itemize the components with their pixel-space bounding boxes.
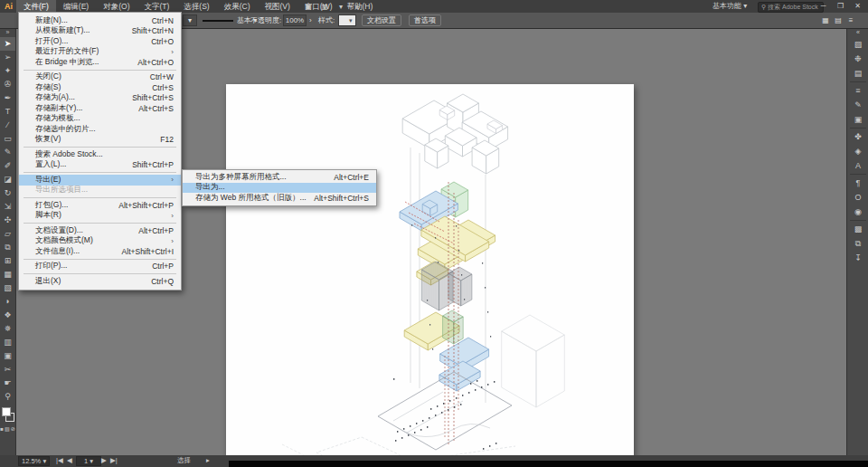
status-options-arrow[interactable]: ▸ (206, 456, 210, 464)
menu-item[interactable]: 存储为 Web 所用格式（旧版）...Alt+Shift+Ctrl+S (183, 193, 376, 204)
artboard-number-dropdown[interactable]: 1 ▾ (76, 456, 101, 466)
menubar-item[interactable]: 效果(C) (217, 0, 258, 13)
menu-item[interactable]: 导出为多种屏幕所用格式...Alt+Ctrl+E (183, 172, 376, 183)
zoom-level-dropdown[interactable]: 12.5% ▾ (18, 456, 50, 466)
symbols-icon[interactable]: ✤ (847, 129, 868, 144)
collapse-tools-icon[interactable]: » (0, 28, 15, 37)
menu-item[interactable]: 在 Bridge 中浏览...Alt+Ctrl+O (19, 57, 181, 68)
menubar-item[interactable]: 编辑(E) (56, 0, 96, 13)
menu-item[interactable]: 搜索 Adobe Stock... (19, 149, 181, 160)
artboard[interactable] (226, 84, 634, 467)
previous-artboard-button[interactable]: ◀ (67, 456, 72, 464)
menubar-item[interactable]: 对象(O) (96, 0, 137, 13)
preferences-button[interactable]: 首选项 (409, 14, 441, 26)
menubar-item[interactable]: 文件(F) (16, 0, 56, 13)
menu-item[interactable]: 存储(S)Ctrl+S (19, 82, 181, 93)
menu-item[interactable]: 退出(X)Ctrl+Q (19, 276, 181, 287)
lasso-tool[interactable]: ✇ (0, 78, 15, 91)
menu-item[interactable]: 脚本(R)› (19, 211, 181, 222)
type-tool[interactable]: T (0, 105, 15, 119)
color-guide-icon[interactable]: ❉ (847, 52, 868, 66)
swatches-icon[interactable]: ▤ (847, 66, 868, 81)
menu-item[interactable]: 导出(E)› (19, 175, 181, 186)
line-segment-tool[interactable]: ∕ (0, 119, 15, 132)
fill-stroke-control[interactable] (0, 405, 15, 424)
eraser-tool[interactable]: ◪ (0, 173, 15, 186)
libraries-icon[interactable]: ▣ (847, 112, 868, 127)
menubar-item[interactable]: 文字(T) (137, 0, 176, 13)
menu-item[interactable]: 置入(L)...Shift+Ctrl+P (19, 160, 181, 171)
close-button[interactable]: ✕ (849, 0, 866, 13)
perspective-grid-tool[interactable]: ⊞ (0, 254, 15, 268)
menu-item[interactable]: 存储为(A)...Shift+Ctrl+S (19, 93, 181, 104)
paragraph-icon[interactable]: ¶ (847, 176, 868, 190)
last-artboard-button[interactable]: ▶| (110, 456, 118, 464)
appearance-icon[interactable]: ◉ (847, 205, 868, 219)
rectangle-tool[interactable]: ▭ (0, 132, 15, 146)
restore-button[interactable]: ❒ (832, 0, 849, 13)
menu-item[interactable]: 存储选中的切片... (19, 124, 181, 135)
workspace-switcher[interactable]: 基本功能 ▾ (712, 1, 747, 12)
links-icon[interactable]: ⧉ (847, 236, 868, 251)
slice-tool[interactable]: ✂ (0, 363, 15, 376)
chevron-down-icon[interactable]: ▾ (333, 3, 349, 11)
minimize-button[interactable]: ─ (815, 0, 832, 13)
color-panel-icon[interactable]: ▨ (847, 37, 868, 52)
menu-item[interactable]: 恢复(V)F12 (19, 135, 181, 146)
control-bar-icon[interactable]: ▦ (819, 13, 832, 28)
menu-item[interactable]: 文档颜色模式(M)› (19, 236, 181, 247)
menu-item[interactable]: 存储为模板... (19, 114, 181, 125)
fill-swatch[interactable] (2, 407, 11, 416)
hand-tool[interactable]: ☛ (0, 376, 15, 390)
character-icon[interactable]: A (847, 158, 868, 173)
brush-definition-dropdown[interactable]: 基本 ▾ (203, 13, 257, 28)
menu-item[interactable]: 关闭(C)Ctrl+W (19, 72, 181, 83)
shape-builder-tool[interactable]: ⧉ (0, 241, 15, 254)
stroke-icon[interactable]: ≡ (847, 83, 868, 98)
opacity-more-chevron[interactable]: › (309, 13, 312, 28)
share-icon[interactable]: ➢ (349, 3, 365, 11)
blend-tool[interactable]: ❖ (0, 309, 15, 322)
asset-export-icon[interactable]: ↧ (847, 251, 868, 265)
menu-item[interactable]: 新建(N)...Ctrl+N (19, 15, 181, 26)
eyedropper-tool[interactable]: ◗ (0, 295, 15, 309)
document-setup-button[interactable]: 文档设置 (362, 14, 401, 26)
gradient-tool[interactable]: ▧ (0, 281, 15, 295)
paintbrush-tool[interactable]: ✎ (0, 146, 15, 159)
width-tool[interactable]: ✣ (0, 214, 15, 227)
pencil-tool[interactable]: ✐ (0, 159, 15, 173)
collapse-dock-icon[interactable]: « (847, 28, 868, 37)
mesh-tool[interactable]: ▦ (0, 268, 15, 281)
pen-tool[interactable]: ✒ (0, 91, 15, 105)
color-mode-icon[interactable]: ⊘ (11, 425, 15, 433)
control-bar-icon[interactable]: ▤ (832, 13, 844, 28)
direct-selection-tool[interactable]: ➢ (0, 51, 15, 64)
opacity-input[interactable]: 100% (283, 14, 307, 26)
bridge-icon[interactable]: ▣ (300, 3, 316, 11)
next-artboard-button[interactable]: ▶ (101, 456, 107, 464)
brushes-icon[interactable]: ✎ (847, 98, 868, 112)
zoom-tool[interactable]: ⚲ (0, 390, 15, 404)
color-mode-icon[interactable]: ■ (0, 425, 4, 433)
artboard-tool[interactable]: ▣ (0, 349, 15, 363)
menu-item[interactable]: 从模板新建(T)...Shift+Ctrl+N (19, 26, 181, 37)
magic-wand-tool[interactable]: ✦ (0, 64, 15, 78)
menu-item[interactable]: 最近打开的文件(F)› (19, 47, 181, 58)
variable-width-dropdown[interactable]: ▾ (183, 14, 197, 26)
scale-tool[interactable]: ⇲ (0, 200, 15, 214)
menu-item[interactable]: 打包(G)...Alt+Shift+Ctrl+P (19, 200, 181, 211)
color-mode-icon[interactable]: ▧ (5, 425, 10, 433)
menu-item[interactable]: 导出为... (183, 183, 376, 194)
first-artboard-button[interactable]: |◀ (56, 456, 63, 464)
style-swatch[interactable]: ▾ (338, 14, 356, 26)
column-graph-tool[interactable]: ▥ (0, 336, 15, 349)
menu-item[interactable]: 打印(P)...Ctrl+P (19, 262, 181, 272)
menu-item[interactable]: 打开(O)...Ctrl+O (19, 36, 181, 47)
transparency-icon[interactable]: ▩ (847, 222, 868, 236)
opentype-icon[interactable]: O (847, 190, 868, 205)
symbol-sprayer-tool[interactable]: ✵ (0, 322, 15, 336)
menubar-item[interactable]: 视图(V) (258, 0, 297, 13)
arrange-documents-icon[interactable]: ▥ (316, 3, 333, 11)
control-bar-icon[interactable]: ≡ (844, 13, 857, 28)
free-transform-tool[interactable]: ▱ (0, 227, 15, 241)
